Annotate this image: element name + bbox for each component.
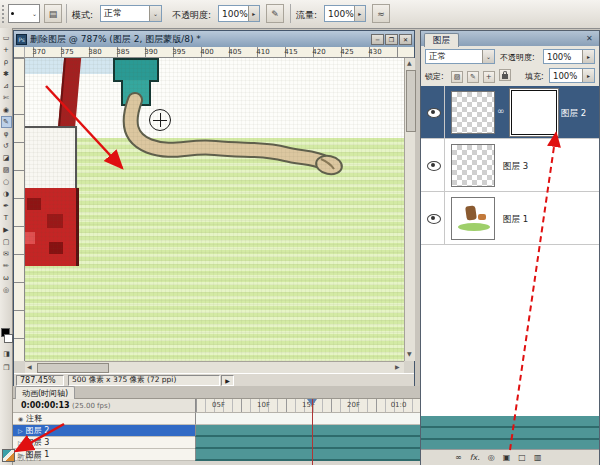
eyedropper-tool[interactable]: ✏: [1, 260, 12, 272]
notes-tool[interactable]: ✉: [1, 248, 12, 260]
new-group-icon[interactable]: ▣: [503, 454, 511, 462]
chevron-down-icon[interactable]: ⌄: [149, 6, 161, 21]
brush-tool[interactable]: ✎: [1, 116, 12, 128]
screen-mode-icon[interactable]: ❐: [1, 364, 12, 372]
visibility-cell[interactable]: [421, 86, 445, 138]
history-brush-tool[interactable]: ↺: [1, 140, 12, 152]
layer-style-icon[interactable]: fx.: [470, 454, 480, 462]
ruler-number: 425: [333, 47, 361, 57]
timeline-tab[interactable]: 动画(时间轴): [15, 386, 75, 400]
add-layer-mask-icon[interactable]: ◎: [488, 454, 495, 462]
opacity-input[interactable]: 100% ▸: [218, 5, 260, 22]
toggle-brushes-palette-button[interactable]: ▤: [44, 4, 62, 23]
horizontal-scrollbar[interactable]: ◀ ▶: [25, 361, 404, 373]
slice-tool[interactable]: ✄: [1, 92, 12, 104]
timeline-row-label[interactable]: ▷图层 2: [13, 425, 195, 437]
dodge-tool[interactable]: ◑: [1, 188, 12, 200]
document-info-field: 500 像素 x 375 像素 (72 ppi): [68, 375, 220, 386]
document-title: 删除图层 @ 787% (图层 2, 图层蒙版/8) *: [30, 33, 370, 46]
chevron-down-icon[interactable]: ⌄: [482, 50, 494, 63]
layer-blend-mode-dropdown[interactable]: 正常 ⌄: [425, 49, 495, 64]
toolbar-grip[interactable]: [2, 5, 7, 23]
tablet-pressure-opacity-button[interactable]: ✎: [266, 4, 284, 23]
layer-row-layer1[interactable]: 图层 1: [421, 192, 599, 245]
document-title-bar[interactable]: Ps 删除图层 @ 787% (图层 2, 图层蒙版/8) * ─ ❐ ✕: [14, 31, 414, 47]
visibility-cell[interactable]: [421, 139, 445, 191]
zoom-tool[interactable]: ◎: [1, 284, 12, 296]
brushes-palette-icon: ▤: [49, 9, 58, 19]
layer-name[interactable]: 图层 2: [561, 108, 586, 120]
shape-tool[interactable]: ▢: [1, 236, 12, 248]
lock-pixels-icon[interactable]: ✎: [467, 71, 479, 83]
scroll-left-icon[interactable]: ◀: [27, 364, 32, 370]
layers-tab[interactable]: 图层: [424, 33, 459, 47]
fill-input[interactable]: 100% ▸: [549, 68, 595, 83]
horizontal-scroll-thumb[interactable]: [37, 363, 109, 373]
delete-layer-icon[interactable]: ▥: [534, 454, 542, 462]
restore-button[interactable]: ❐: [385, 34, 398, 45]
brush-preset-picker[interactable]: ⌄: [8, 4, 40, 23]
rectangular-marquee-tool[interactable]: ▭: [1, 32, 12, 44]
layer-mask-thumbnail[interactable]: [511, 90, 557, 135]
expand-icon[interactable]: ▷: [18, 439, 23, 446]
healing-brush-tool[interactable]: ◉: [1, 104, 12, 116]
spinner-icon[interactable]: ▸: [582, 50, 594, 63]
vertical-scrollbar[interactable]: ▲ ▼: [404, 58, 415, 361]
close-icon[interactable]: ✕: [586, 34, 593, 43]
color-swatches[interactable]: [1, 328, 12, 344]
crop-tool[interactable]: ⊿: [1, 80, 12, 92]
lock-all-icon[interactable]: [499, 69, 511, 81]
path-select-tool[interactable]: ▶: [1, 224, 12, 236]
vertical-scroll-thumb[interactable]: [406, 70, 416, 132]
spinner-icon[interactable]: ▸: [582, 69, 594, 82]
blur-tool[interactable]: ○: [1, 176, 12, 188]
blend-mode-dropdown[interactable]: 正常 ⌄: [100, 5, 162, 22]
clone-stamp-tool[interactable]: φ: [1, 128, 12, 140]
link-layers-icon[interactable]: ∞: [455, 454, 462, 462]
timeline-timecode-cell[interactable]: 0:00:00:13 (25.00 fps): [13, 399, 195, 413]
layer-name[interactable]: 图层 3: [503, 161, 528, 173]
pen-tool[interactable]: ✒: [1, 200, 12, 212]
scroll-up-icon[interactable]: ▲: [407, 60, 412, 66]
eraser-tool[interactable]: ◪: [1, 152, 12, 164]
move-tool[interactable]: +: [1, 44, 12, 56]
flow-input[interactable]: 100% ▸: [324, 5, 366, 22]
eye-icon[interactable]: [427, 108, 441, 118]
lasso-tool[interactable]: ρ: [1, 56, 12, 68]
layer-name[interactable]: 图层 1: [503, 214, 528, 226]
tools-palette: ▭ + ρ ✱ ⊿ ✄ ◉ ✎ φ ↺ ◪ ▨: [0, 28, 13, 465]
eye-icon[interactable]: [427, 214, 441, 224]
close-button[interactable]: ✕: [399, 34, 412, 45]
spinner-icon[interactable]: ▸: [248, 6, 259, 21]
layer-thumbnail[interactable]: [451, 144, 495, 187]
layer-row-layer2[interactable]: ∞ 图层 2: [421, 86, 599, 139]
minimize-button[interactable]: ─: [371, 34, 384, 45]
scroll-right-icon[interactable]: ▶: [395, 364, 400, 370]
expand-icon[interactable]: ▷: [18, 427, 23, 434]
layer-row-layer3[interactable]: 图层 3: [421, 139, 599, 192]
layer-thumbnail[interactable]: [451, 91, 495, 134]
mask-link-icon[interactable]: ∞: [497, 107, 505, 116]
status-menu-button[interactable]: ▶: [221, 375, 234, 386]
type-tool[interactable]: T: [1, 212, 12, 224]
lock-transparency-icon[interactable]: ▨: [451, 71, 463, 83]
timeline-row-label[interactable]: ◉注释: [13, 413, 195, 425]
eye-icon[interactable]: [427, 161, 441, 171]
spinner-icon[interactable]: ▸: [354, 6, 365, 21]
scroll-down-icon[interactable]: ▼: [407, 351, 412, 357]
timeline-row-label[interactable]: ▷图层 3: [13, 437, 195, 449]
mode-label: 模式:: [72, 9, 93, 22]
zoom-level-field[interactable]: 787.45%: [16, 375, 64, 386]
new-layer-icon[interactable]: □: [518, 454, 526, 462]
quick-mask-icon[interactable]: ◨: [1, 350, 12, 358]
layer-opacity-input[interactable]: 100% ▸: [543, 49, 595, 64]
visibility-cell[interactable]: [421, 192, 445, 244]
lock-position-icon[interactable]: +: [483, 71, 495, 83]
layer-thumbnail[interactable]: [451, 197, 495, 240]
gradient-tool[interactable]: ▨: [1, 164, 12, 176]
hand-tool[interactable]: ω: [1, 272, 12, 284]
magic-wand-tool[interactable]: ✱: [1, 68, 12, 80]
canvas[interactable]: [25, 58, 404, 361]
background-color-swatch[interactable]: [4, 334, 13, 343]
airbrush-toggle-button[interactable]: ≈: [372, 4, 390, 23]
